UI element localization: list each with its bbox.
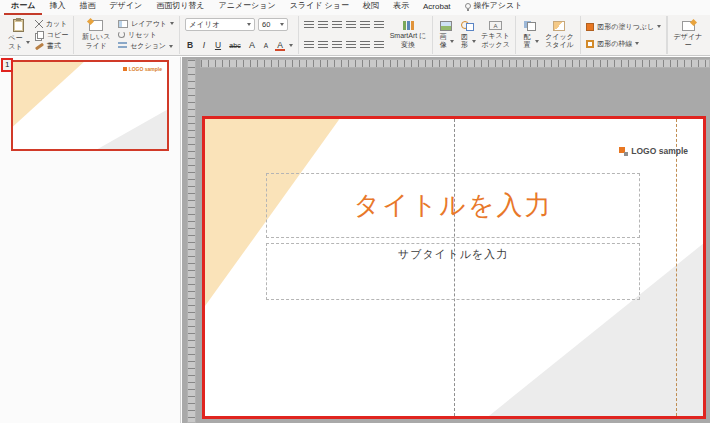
- justify-button[interactable]: [346, 41, 356, 49]
- font-size-value: 60: [262, 20, 270, 29]
- layout-label: レイアウト: [131, 19, 167, 29]
- brush-icon: [35, 43, 44, 51]
- paragraph-group: SmartArt に変換: [299, 16, 433, 54]
- layout-button[interactable]: レイアウト: [118, 19, 174, 29]
- tab-slideshow[interactable]: スライド ショー: [283, 0, 356, 15]
- tab-review[interactable]: 校閲: [356, 0, 386, 15]
- paste-label: ペースト: [7, 34, 24, 50]
- font-size-select[interactable]: 60: [258, 18, 288, 31]
- chevron-down-icon: [280, 23, 284, 26]
- copy-button[interactable]: コピー: [35, 30, 68, 40]
- decrease-font-size-button[interactable]: [261, 42, 271, 49]
- slide-annotation-box: LOGO sample タイトルを入力 サブタイトルを入力: [202, 116, 706, 419]
- smartart-convert-button[interactable]: SmartArt に変換: [389, 18, 427, 52]
- section-button[interactable]: セクション: [118, 41, 174, 51]
- lightbulb-icon: [465, 3, 471, 9]
- tab-view[interactable]: 表示: [386, 0, 416, 15]
- logo-text: LOGO sample: [631, 146, 688, 156]
- underline-button[interactable]: [213, 40, 223, 50]
- reset-button[interactable]: リセット: [118, 30, 174, 40]
- slide-thumbnail-panel: 1 LOGO sample: [0, 57, 181, 423]
- font-name-value: メイリオ: [189, 20, 220, 30]
- chevron-down-icon: [170, 22, 174, 25]
- tab-transitions[interactable]: 画面切り替え: [149, 0, 211, 15]
- slide-1-thumbnail[interactable]: LOGO sample: [11, 60, 169, 151]
- subtitle-placeholder-text: サブタイトルを入力: [398, 247, 508, 262]
- font-name-select[interactable]: メイリオ: [185, 18, 255, 31]
- line-spacing-button[interactable]: [374, 21, 384, 29]
- tab-design[interactable]: デザイン: [102, 0, 149, 15]
- tab-insert[interactable]: 挿入: [42, 0, 72, 15]
- new-slide-button[interactable]: 新しいスライド: [79, 18, 113, 52]
- text-direction-button[interactable]: [360, 21, 370, 29]
- font-color-button[interactable]: [275, 40, 285, 51]
- ribbon-tab-bar: ホーム 挿入 描画 デザイン 画面切り替え アニメーション スライド ショー 校…: [0, 0, 710, 15]
- tab-home[interactable]: ホーム: [4, 0, 42, 15]
- align-center-button[interactable]: [318, 41, 328, 49]
- tab-tellme[interactable]: 操作アシスト: [458, 0, 530, 15]
- shape-fill-button[interactable]: 図形の塗りつぶし: [586, 22, 661, 32]
- textbox-button[interactable]: テキスト ボックス: [481, 18, 510, 52]
- designer-group: デザイナー: [667, 16, 708, 54]
- logo-icon: [619, 147, 628, 156]
- picture-label: 画像: [438, 33, 448, 49]
- increase-font-size-button[interactable]: [247, 40, 257, 50]
- chevron-down-icon: [247, 23, 251, 26]
- numbering-button[interactable]: [318, 21, 328, 29]
- shapes-button[interactable]: 図形: [459, 18, 475, 52]
- align-right-button[interactable]: [332, 41, 342, 49]
- font-group: メイリオ 60: [180, 16, 299, 54]
- paste-icon: [13, 19, 24, 32]
- chevron-down-icon: [657, 25, 661, 28]
- picture-icon: [440, 21, 452, 31]
- columns-button[interactable]: [360, 41, 370, 49]
- insert-group: 画像 図形 テキスト ボックス: [433, 16, 516, 54]
- shape-outline-label: 図形の枠線: [597, 39, 632, 49]
- arrange-button[interactable]: 配置: [521, 18, 539, 52]
- horizontal-ruler[interactable]: [200, 59, 710, 68]
- thumbnail-logo-text: LOGO sample: [129, 66, 162, 72]
- strikethrough-button[interactable]: [227, 42, 243, 49]
- new-slide-label: 新しいスライド: [79, 33, 113, 49]
- textbox-label: テキスト ボックス: [481, 32, 510, 48]
- increase-indent-button[interactable]: [346, 21, 356, 29]
- tab-acrobat[interactable]: Acrobat: [416, 0, 458, 15]
- vertical-ruler[interactable]: [187, 59, 196, 423]
- picture-button[interactable]: 画像: [438, 18, 454, 52]
- right-guide-line: [676, 119, 677, 416]
- italic-button[interactable]: [199, 40, 209, 50]
- section-label: セクション: [130, 41, 166, 51]
- decrease-indent-button[interactable]: [332, 21, 342, 29]
- font-format-row: [185, 38, 293, 52]
- subtitle-placeholder[interactable]: サブタイトルを入力: [266, 243, 640, 300]
- slide-small-buttons: レイアウト リセット セクション: [118, 18, 174, 52]
- arrange-label: 配置: [521, 33, 533, 49]
- designer-button[interactable]: デザイナー: [673, 18, 703, 52]
- bullets-button[interactable]: [304, 21, 314, 29]
- align-text-button[interactable]: [374, 41, 384, 49]
- shape-outline-button[interactable]: 図形の枠線: [586, 39, 661, 49]
- ribbon: ペースト カット コピー 書式 新しいスライド: [0, 15, 710, 56]
- tab-draw[interactable]: 描画: [72, 0, 102, 15]
- quick-styles-button[interactable]: クイック スタイル: [544, 18, 576, 52]
- slide-logo[interactable]: LOGO sample: [619, 146, 688, 156]
- cut-button[interactable]: カット: [35, 19, 68, 29]
- powerpoint-window: ホーム 挿入 描画 デザイン 画面切り替え アニメーション スライド ショー 校…: [0, 0, 710, 423]
- title-placeholder[interactable]: タイトルを入力: [266, 173, 640, 238]
- tab-tellme-label: 操作アシスト: [474, 0, 523, 11]
- bold-button[interactable]: [185, 40, 195, 50]
- tab-animations[interactable]: アニメーション: [212, 0, 283, 15]
- chevron-down-icon: [26, 41, 30, 44]
- slide-canvas[interactable]: LOGO sample タイトルを入力 サブタイトルを入力: [205, 119, 703, 416]
- align-left-button[interactable]: [304, 41, 314, 49]
- paragraph-row-2: [304, 38, 384, 52]
- new-slide-icon: [89, 20, 103, 31]
- clipboard-group: ペースト カット コピー 書式: [2, 16, 74, 54]
- cut-label: カット: [46, 19, 68, 29]
- format-painter-button[interactable]: 書式: [35, 41, 68, 51]
- slides-group: 新しいスライド レイアウト リセット セクション: [74, 16, 180, 54]
- paragraph-row-1: [304, 18, 384, 32]
- shape-fill-icon: [586, 23, 594, 31]
- arrange-icon: [524, 21, 536, 31]
- paste-button[interactable]: ペースト: [7, 18, 30, 52]
